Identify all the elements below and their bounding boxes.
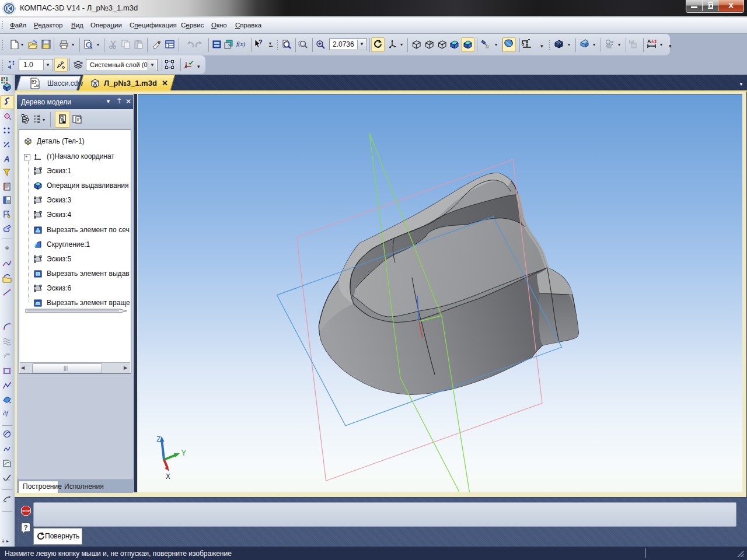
svg-text:∂f: ∂f <box>3 410 9 416</box>
svg-text:X: X <box>166 473 170 481</box>
svg-text:?: ? <box>24 524 28 531</box>
svg-text:?: ? <box>228 43 231 48</box>
svg-text:?: ? <box>259 39 263 46</box>
svg-text:A: A <box>4 155 9 163</box>
svg-text:STOP: STOP <box>22 510 29 513</box>
svg-text:A: A <box>647 38 651 44</box>
svg-text:Y: Y <box>181 449 186 458</box>
svg-text:±1: ±1 <box>651 38 657 44</box>
svg-text:f(x): f(x) <box>236 40 246 48</box>
svg-text:Z: Z <box>156 435 161 444</box>
